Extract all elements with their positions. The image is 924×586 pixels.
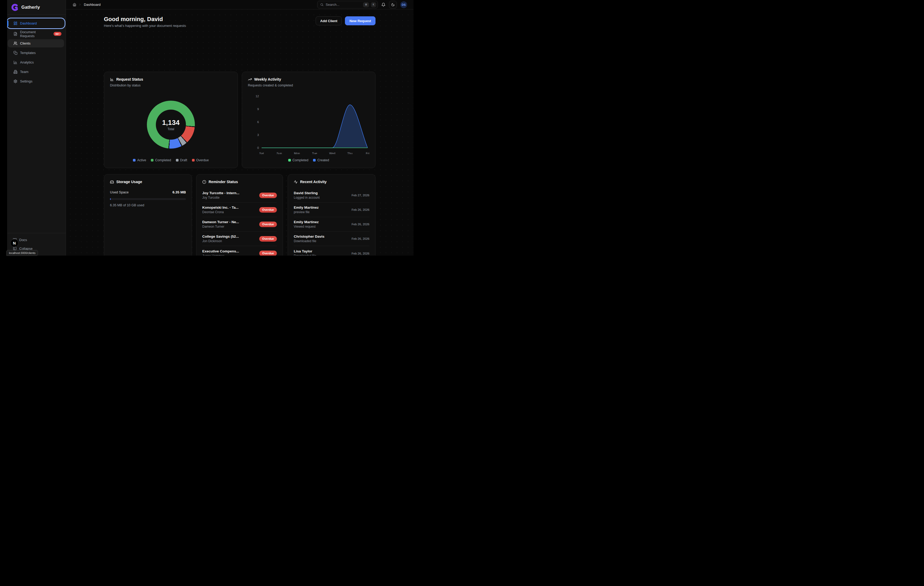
reminder-client: Dameon Turner <box>202 225 239 229</box>
area-chart: 036912SatSunMonTueWedThuFri <box>242 72 376 154</box>
svg-text:0: 0 <box>257 146 259 150</box>
status-badge: Overdue <box>259 236 277 242</box>
reminder-row[interactable]: Executive Compens... Juana Hammes Overdu… <box>202 246 277 255</box>
donut-chart: 1,134 Total <box>147 100 195 148</box>
activity-date: Feb 26, 2026 <box>351 208 370 211</box>
legend-label: Draft <box>180 158 187 162</box>
app-window: Gatherly Dashboard <box>7 0 414 255</box>
activity-action: Logged in account <box>294 196 320 199</box>
legend-swatch <box>176 159 178 161</box>
activity-row[interactable]: Emily Martinez Viewed request Feb 26, 20… <box>294 217 370 232</box>
activity-name: Christopher Davis <box>294 234 324 239</box>
new-request-button[interactable]: New Request <box>345 16 376 25</box>
sidebar-item-settings[interactable]: Settings <box>8 77 64 86</box>
weekly-legend: Completed Created <box>242 158 375 162</box>
sidebar-item-label: Document Requests <box>20 30 51 38</box>
sidebar-item-analytics[interactable]: Analytics <box>8 58 64 66</box>
legend-swatch <box>313 159 316 161</box>
file-text-icon <box>13 32 17 36</box>
header-actions: Add Client New Request <box>316 16 376 25</box>
kbd-cmd: ⌘ <box>363 2 369 7</box>
brand-name: Gatherly <box>21 5 40 10</box>
theme-toggle-button[interactable] <box>389 1 397 9</box>
chart-column-icon <box>110 77 114 81</box>
legend-item-completed: Completed <box>288 158 308 162</box>
sidebar-item-label: Dashboard <box>20 21 37 25</box>
reminder-title: Joy Turcotte - Intern... <box>202 191 239 195</box>
activity-action: Downloaded file <box>294 254 316 256</box>
sidebar-item-team[interactable]: Team <box>8 68 64 76</box>
reminder-list: Joy Turcotte - Intern... Joy Turcotte Ov… <box>202 188 277 255</box>
dashboard-icon <box>13 21 17 25</box>
legend-swatch <box>151 159 153 161</box>
reminder-client: Deontae Crona <box>202 210 239 214</box>
sidebar-item-document-requests[interactable]: Document Requests 99+ <box>8 30 64 38</box>
sidebar-item-templates[interactable]: Templates <box>8 49 64 57</box>
browser-status-tooltip: localhost:3000/clients <box>6 250 38 256</box>
topbar-actions: Search... ⌘ K DS <box>317 1 407 9</box>
storage-caption: 6.35 MB of 10 GB used <box>110 203 144 207</box>
donut-center: 1,134 Total <box>156 110 186 140</box>
docs-label: Docs <box>19 238 27 242</box>
alert-circle-icon <box>202 180 206 184</box>
page-title: Good morning, David <box>104 16 163 23</box>
activity-name: Emily Martinez <box>294 206 319 209</box>
sidebar-item-dashboard[interactable]: Dashboard <box>8 19 64 28</box>
notifications-button[interactable] <box>381 3 386 7</box>
svg-text:Sun: Sun <box>277 152 282 154</box>
svg-text:9: 9 <box>257 107 259 111</box>
activity-row[interactable]: David Sterling Logged in account Feb 27,… <box>294 188 370 202</box>
page: Gatherly Dashboard <box>0 0 414 262</box>
activity-row[interactable]: Lisa Taylor Downloaded file Feb 26, 2026 <box>294 246 370 255</box>
svg-text:Sat: Sat <box>259 152 264 154</box>
reminder-row[interactable]: College Savings (52... Jon Dickinson Ove… <box>202 232 277 246</box>
storage-progress-fill <box>110 198 111 200</box>
home-icon[interactable] <box>73 3 76 6</box>
content: Good morning, David Here's what's happen… <box>104 10 376 255</box>
donut-legend: Active Completed Draft Overdue <box>104 158 238 162</box>
activity-date: Feb 27, 2026 <box>351 194 370 197</box>
status-badge: Overdue <box>259 193 277 198</box>
legend-item-draft: Draft <box>176 158 187 162</box>
reminder-client: Juana Hammes <box>202 254 239 256</box>
activity-action: Downloaded file <box>294 239 324 243</box>
card-subtitle: Distribution by status <box>104 81 238 87</box>
activity-action: preview file <box>294 210 319 214</box>
legend-swatch <box>192 159 195 161</box>
legend-label: Active <box>137 158 146 162</box>
reminder-title: Executive Compens... <box>202 249 239 253</box>
activity-name: Lisa Taylor <box>294 249 316 253</box>
activity-date: Feb 26, 2026 <box>351 252 370 255</box>
sidebar-item-clients[interactable]: Clients <box>8 39 64 48</box>
card-title: Reminder Status <box>209 180 238 184</box>
moon-icon <box>391 3 395 7</box>
page-subtitle: Here's what's happening with your docume… <box>104 24 186 28</box>
search-icon <box>320 3 323 6</box>
legend-label: Completed <box>292 158 308 162</box>
weekly-activity-card: Weekly Activity Requests created & compl… <box>242 72 376 168</box>
legend-item-completed: Completed <box>151 158 171 162</box>
activity-row[interactable]: Christopher Davis Downloaded file Feb 26… <box>294 232 370 246</box>
donut-total-label: Total <box>167 127 174 131</box>
svg-text:Wed: Wed <box>329 152 335 154</box>
legend-item-overdue: Overdue <box>192 158 209 162</box>
activity-action: Viewed request <box>294 225 319 229</box>
svg-text:Tue: Tue <box>312 152 317 154</box>
sidebar-item-label: Analytics <box>20 60 34 64</box>
nextjs-dev-badge[interactable]: N <box>10 239 18 247</box>
user-avatar[interactable]: DS <box>400 1 407 8</box>
reminder-row[interactable]: Dameon Turner - Ne... Dameon Turner Over… <box>202 217 277 232</box>
sidebar-nav: Dashboard Document Requests 99+ <box>7 15 66 86</box>
add-client-button[interactable]: Add Client <box>316 16 342 25</box>
reminder-row[interactable]: Joy Turcotte - Intern... Joy Turcotte Ov… <box>202 188 277 202</box>
breadcrumb: Dashboard <box>73 3 101 7</box>
reminder-row[interactable]: Konopelski Inc. - Ta... Deontae Crona Ov… <box>202 202 277 217</box>
card-title: Storage Usage <box>116 180 142 184</box>
sidebar-item-label: Settings <box>20 79 33 83</box>
activity-row[interactable]: Emily Martinez preview file Feb 26, 2026 <box>294 202 370 217</box>
building-icon <box>13 70 17 74</box>
search-input[interactable]: Search... ⌘ K <box>317 1 378 8</box>
storage-usage-card: Storage Usage Used Space 6.35 MB 6.35 MB… <box>104 174 192 255</box>
bell-icon <box>381 3 386 7</box>
svg-text:Thu: Thu <box>347 152 353 154</box>
